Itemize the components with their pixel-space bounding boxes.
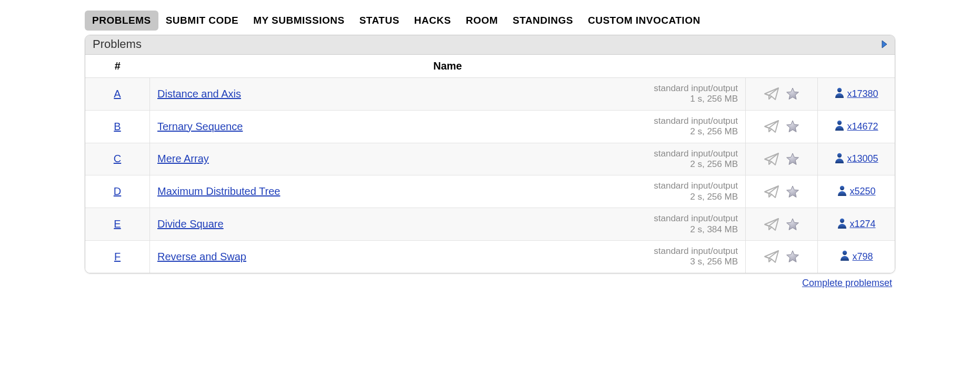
tab-my-submissions[interactable]: MY SUBMISSIONS: [246, 11, 352, 31]
header-actions: [746, 55, 818, 78]
submit-icon[interactable]: [764, 218, 779, 231]
complete-problemset-link[interactable]: Complete problemset: [802, 278, 892, 288]
table-row: BTernary Sequencestandard input/output2 …: [85, 110, 895, 143]
contest-tabs: PROBLEMSSUBMIT CODEMY SUBMISSIONSSTATUSH…: [85, 11, 895, 31]
submit-icon[interactable]: [764, 152, 779, 166]
io-limits: standard input/output2 s, 256 MB: [654, 181, 738, 202]
problems-table: # Name ADistance and Axisstandard input/…: [85, 55, 895, 273]
header-idx: #: [85, 55, 150, 78]
tab-standings[interactable]: STANDINGS: [505, 11, 581, 31]
solved-count-link[interactable]: x13005: [847, 153, 878, 164]
problem-name-link[interactable]: Divide Square: [157, 218, 643, 230]
submit-icon[interactable]: [764, 185, 779, 199]
io-limits: standard input/output2 s, 256 MB: [654, 149, 738, 170]
problem-index-link[interactable]: B: [114, 121, 121, 132]
person-icon: [834, 152, 845, 166]
io-text: standard input/output: [654, 181, 738, 191]
io-text: standard input/output: [654, 246, 738, 257]
person-icon: [837, 218, 847, 231]
svg-point-18: [843, 251, 847, 255]
svg-point-15: [840, 218, 844, 222]
io-text: standard input/output: [654, 149, 738, 159]
svg-marker-0: [882, 41, 887, 48]
svg-point-3: [837, 88, 842, 92]
submit-icon[interactable]: [764, 120, 779, 133]
person-icon: [837, 185, 847, 199]
panel-title: Problems: [93, 37, 142, 51]
submit-icon[interactable]: [764, 87, 779, 101]
svg-point-9: [837, 153, 842, 158]
person-icon: [839, 250, 850, 263]
solved-count-link[interactable]: x17380: [847, 88, 878, 100]
solved-count-link[interactable]: x798: [852, 251, 873, 262]
limits-text: 2 s, 256 MB: [654, 159, 738, 170]
limits-text: 1 s, 256 MB: [654, 94, 738, 104]
header-solved: [818, 55, 895, 78]
solved-count-link[interactable]: x1274: [849, 219, 875, 230]
problem-name-link[interactable]: Distance and Axis: [157, 88, 643, 100]
svg-point-6: [837, 121, 842, 125]
star-icon[interactable]: [786, 250, 799, 263]
io-text: standard input/output: [654, 116, 738, 126]
solved-count-link[interactable]: x14672: [847, 121, 878, 132]
table-row: FReverse and Swapstandard input/output3 …: [85, 240, 895, 272]
io-text: standard input/output: [654, 83, 738, 94]
tab-submit-code[interactable]: SUBMIT CODE: [158, 11, 246, 31]
problem-index-link[interactable]: A: [114, 88, 121, 100]
table-row: ADistance and Axisstandard input/output1…: [85, 78, 895, 111]
limits-text: 2 s, 384 MB: [654, 224, 738, 235]
table-header-row: # Name: [85, 55, 895, 78]
tab-room[interactable]: ROOM: [458, 11, 505, 31]
star-icon[interactable]: [786, 218, 799, 231]
problem-name-link[interactable]: Ternary Sequence: [157, 121, 643, 133]
submit-icon[interactable]: [764, 250, 779, 263]
tab-problems[interactable]: PROBLEMS: [85, 11, 158, 31]
tab-hacks[interactable]: HACKS: [407, 11, 458, 31]
limits-text: 3 s, 256 MB: [654, 257, 738, 267]
io-limits: standard input/output3 s, 256 MB: [654, 246, 738, 268]
panel-header: Problems: [85, 35, 895, 55]
person-icon: [834, 87, 845, 101]
table-row: DMaximum Distributed Treestandard input/…: [85, 175, 895, 208]
problem-name-link[interactable]: Maximum Distributed Tree: [157, 185, 643, 198]
problems-panel: Problems # Name ADistance and Axisstanda…: [85, 35, 895, 273]
table-row: CMere Arraystandard input/output2 s, 256…: [85, 143, 895, 175]
problem-name-link[interactable]: Mere Array: [157, 153, 643, 165]
problem-name-link[interactable]: Reverse and Swap: [157, 251, 643, 263]
header-name: Name: [150, 55, 746, 78]
io-text: standard input/output: [654, 213, 738, 224]
io-limits: standard input/output2 s, 256 MB: [654, 116, 738, 137]
star-icon[interactable]: [786, 185, 799, 199]
tab-status[interactable]: STATUS: [352, 11, 407, 31]
io-limits: standard input/output2 s, 384 MB: [654, 213, 738, 235]
star-icon[interactable]: [786, 152, 799, 166]
io-limits: standard input/output1 s, 256 MB: [654, 83, 738, 105]
tab-custom-invocation[interactable]: CUSTOM INVOCATION: [581, 11, 708, 31]
star-icon[interactable]: [786, 87, 799, 101]
expand-arrow-icon[interactable]: [881, 40, 887, 48]
footer: Complete problemset: [85, 273, 895, 289]
problem-index-link[interactable]: F: [114, 251, 121, 262]
problem-index-link[interactable]: E: [114, 218, 121, 230]
problem-index-link[interactable]: D: [114, 185, 121, 197]
solved-count-link[interactable]: x5250: [849, 186, 875, 197]
problem-index-link[interactable]: C: [114, 153, 121, 164]
table-row: EDivide Squarestandard input/output2 s, …: [85, 208, 895, 241]
person-icon: [834, 120, 845, 133]
svg-point-12: [840, 186, 844, 190]
star-icon[interactable]: [786, 120, 799, 133]
limits-text: 2 s, 256 MB: [654, 192, 738, 202]
limits-text: 2 s, 256 MB: [654, 126, 738, 137]
